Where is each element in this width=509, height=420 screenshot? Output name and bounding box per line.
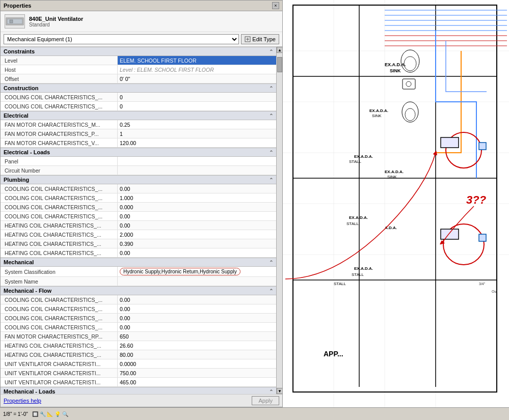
table-row: FAN MOTOR CHARACTERISTICS_RP...650 (1, 332, 276, 341)
status-bar: 1/8" = 1'-0" 🔲 🔧 📐 💡 🔍 (0, 407, 509, 420)
table-row: HostLevel : ELEM. SCHOOL FIRST FLOOR (1, 65, 276, 74)
table-row: COOLING COIL CHARACTERISTICS_...0 (1, 102, 276, 111)
table-row: HEATING COIL CHARACTERISTICS_...0.00 (1, 221, 276, 230)
property-value[interactable]: 0 (118, 93, 276, 101)
table-row: HEATING COIL CHARACTERISTICS_...80.00 (1, 350, 276, 359)
table-row: Offset0' 0" (1, 74, 276, 83)
property-value[interactable]: 0.25 (118, 120, 276, 129)
svg-text:SINK: SINK (372, 114, 382, 118)
property-name: COOLING COIL CHARACTERISTICS_... (1, 212, 118, 220)
table-row: COOLING COIL CHARACTERISTICS_...0.00 (1, 212, 276, 221)
table-row: HEATING COIL CHARACTERISTICS_...0.390 (1, 239, 276, 248)
svg-text:EX.A.D.A.: EX.A.D.A. (349, 215, 368, 220)
property-value[interactable]: 0.390 (118, 239, 276, 248)
property-value[interactable]: 0.00 (118, 184, 276, 193)
svg-text:Out: Out (492, 290, 497, 293)
property-value[interactable] (118, 157, 276, 165)
property-value[interactable]: 0.00 (118, 295, 276, 304)
status-icons: 🔲 🔧 📐 💡 🔍 (32, 411, 68, 417)
scroll-down-arrow[interactable]: ▼ (277, 388, 282, 394)
cad-svg: EX.A.D.A. SINK EX.A.D.A. SINK EX.A.D.A. … (283, 0, 509, 407)
svg-rect-52 (441, 137, 459, 148)
property-value[interactable] (118, 277, 276, 286)
svg-text:EX.A.D.A.: EX.A.D.A. (354, 154, 373, 159)
table-row: System Name (1, 277, 276, 286)
property-value[interactable]: 0 (118, 102, 276, 110)
property-value[interactable]: 0.00 (118, 304, 276, 313)
property-value[interactable]: 650 (118, 332, 276, 341)
section-header-electrical[interactable]: Electrical⌃ (1, 111, 276, 120)
property-value[interactable]: 0.00 (118, 314, 276, 322)
property-value[interactable]: 0' 0" (118, 74, 276, 83)
vertical-scrollbar[interactable]: ▲ ▼ (276, 47, 282, 394)
svg-text:EX.A.D.A.: EX.A.D.A. (385, 62, 406, 67)
table-row: System ClassificationHydronic Supply,Hyd… (1, 267, 276, 277)
properties-scroll[interactable]: Constraints⌃LevelELEM. SCHOOL FIRST FLOO… (1, 47, 276, 394)
section-header-plumbing[interactable]: Plumbing⌃ (1, 175, 276, 184)
svg-text:EX.A.D.A.: EX.A.D.A. (354, 266, 373, 271)
property-name: HEATING COIL CHARACTERISTICS_... (1, 350, 118, 359)
edit-icon (245, 36, 251, 42)
property-value[interactable]: 80.00 (118, 350, 276, 359)
property-value[interactable]: 120.00 (118, 138, 276, 147)
property-name: UNIT VENTILATOR CHARACTERISTI... (1, 359, 118, 368)
panel-titlebar: Properties × (1, 1, 282, 11)
table-row: COOLING COIL CHARACTERISTICS_...0.00 (1, 295, 276, 304)
property-name: Circuit Number (1, 166, 118, 175)
property-value[interactable]: 26.60 (118, 341, 276, 350)
property-name: COOLING COIL CHARACTERISTICS_... (1, 184, 118, 193)
property-value[interactable]: 0.00 (118, 323, 276, 331)
property-value[interactable]: 0.000 (118, 203, 276, 211)
svg-text:EX.A.D.A.: EX.A.D.A. (369, 108, 388, 113)
status-text: 1/8" = 1'-0" (3, 411, 28, 417)
section-header-constraints[interactable]: Constraints⌃ (1, 47, 276, 56)
property-value[interactable]: 2.000 (118, 230, 276, 239)
panel-footer: Properties help Apply (1, 394, 282, 407)
property-name: COOLING COIL CHARACTERISTICS_... (1, 193, 118, 202)
svg-text:STALL: STALL (334, 282, 346, 286)
scroll-thumb[interactable] (277, 57, 282, 72)
property-name: HEATING COIL CHARACTERISTICS_... (1, 248, 118, 257)
property-name: System Name (1, 277, 118, 286)
svg-text:APP...: APP... (324, 350, 343, 358)
edit-type-button[interactable]: Edit Type (241, 34, 279, 44)
panel-title: Properties (4, 3, 31, 9)
table-row: COOLING COIL CHARACTERISTICS_...0.000 (1, 203, 276, 212)
property-value[interactable]: 0.0000 (118, 359, 276, 368)
property-name: FAN MOTOR CHARACTERISTICS_V... (1, 138, 118, 147)
property-name: Panel (1, 157, 118, 165)
property-value[interactable]: 0.00 (118, 212, 276, 220)
svg-text:EX.A.D.A.: EX.A.D.A. (385, 170, 404, 174)
table-row: COOLING COIL CHARACTERISTICS_...0.00 (1, 304, 276, 314)
svg-rect-1 (7, 19, 22, 24)
table-row: HEATING COIL CHARACTERISTICS_...26.60 (1, 341, 276, 350)
property-name: HEATING COIL CHARACTERISTICS_... (1, 239, 118, 248)
property-value[interactable]: 1 (118, 129, 276, 138)
property-value[interactable]: 465.00 (118, 378, 276, 386)
scroll-up-arrow[interactable]: ▲ (277, 47, 282, 53)
property-value[interactable]: 0.00 (118, 221, 276, 230)
property-value[interactable] (118, 166, 276, 175)
category-select[interactable]: Mechanical Equipment (1) (4, 34, 239, 44)
table-row: COOLING COIL CHARACTERISTICS_...0 (1, 93, 276, 102)
section-header-mechanical---flow[interactable]: Mechanical - Flow⌃ (1, 286, 276, 295)
cad-canvas: EX.A.D.A. SINK EX.A.D.A. SINK EX.A.D.A. … (283, 0, 509, 407)
section-header-construction[interactable]: Construction⌃ (1, 83, 276, 93)
property-value[interactable]: Level : ELEM. SCHOOL FIRST FLOOR (118, 65, 276, 74)
section-header-mechanical[interactable]: Mechanical⌃ (1, 258, 276, 267)
property-value[interactable]: 750.00 (118, 369, 276, 377)
property-name: UNIT VENTILATOR CHARACTERISTI... (1, 378, 118, 386)
section-header-mechanical---loads[interactable]: Mechanical - Loads⌃ (1, 387, 276, 394)
svg-text:STALL: STALL (349, 159, 361, 164)
cad-view[interactable]: EX.A.D.A. SINK EX.A.D.A. SINK EX.A.D.A. … (283, 0, 509, 407)
property-value[interactable]: 1.000 (118, 193, 276, 202)
property-value[interactable]: 0.00 (118, 248, 276, 257)
apply-button[interactable]: Apply (252, 396, 279, 405)
close-button[interactable]: × (272, 2, 279, 9)
properties-help-link[interactable]: Properties help (4, 398, 41, 404)
section-header-electrical---loads[interactable]: Electrical - Loads⌃ (1, 148, 276, 157)
property-name: System Classification (1, 267, 118, 276)
property-value[interactable]: Hydronic Supply,Hydronic Return,Hydronic… (118, 267, 276, 276)
property-value[interactable]: ELEM. SCHOOL FIRST FLOOR (118, 56, 276, 65)
property-name: Host (1, 65, 118, 74)
